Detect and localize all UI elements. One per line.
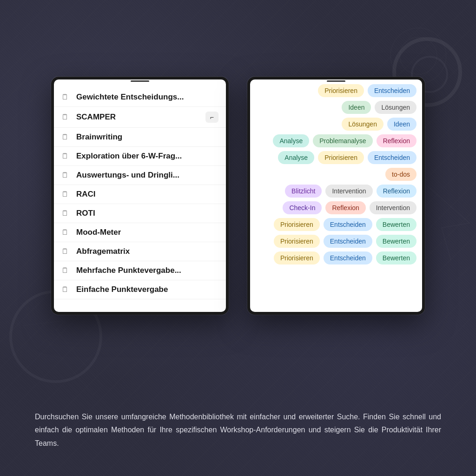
tag-row: IdeenLösungen — [256, 101, 416, 114]
method-list: 🗒Gewichtete Entscheidungs...🗒SCAMPER⌐🗒Br… — [54, 79, 226, 303]
method-name: Mood-Meter — [76, 228, 121, 237]
document-icon: 🗒 — [61, 133, 71, 141]
document-icon: 🗒 — [61, 93, 71, 101]
document-icon: 🗒 — [61, 171, 71, 179]
document-icon: 🗒 — [61, 113, 71, 121]
tag-item[interactable]: Analyse — [278, 151, 314, 164]
tag-item[interactable]: Entscheiden — [324, 251, 372, 264]
tag-row: Check-InReflexionIntervention — [256, 201, 416, 214]
document-icon: 🗒 — [61, 152, 71, 160]
tag-item[interactable]: Priorisieren — [318, 84, 364, 97]
left-tablet: 🗒Gewichtete Entscheidungs...🗒SCAMPER⌐🗒Br… — [51, 77, 229, 315]
method-item[interactable]: 🗒Exploration über 6-W-Frag... — [54, 147, 226, 166]
tag-row: PriorisierenEntscheidenBewerten — [256, 251, 416, 264]
document-icon: 🗒 — [61, 247, 71, 256]
right-tablet-screen: PriorisierenEntscheidenIdeenLösungenLösu… — [250, 79, 422, 312]
tag-item[interactable]: Intervention — [370, 201, 416, 214]
method-name: Mehrfache Punktevergabe... — [76, 266, 181, 275]
method-item[interactable]: 🗒Auswertungs- und Dringli... — [54, 166, 226, 185]
tag-item[interactable]: Reflexion — [377, 134, 416, 147]
document-icon: 🗒 — [61, 285, 71, 294]
method-name: Abfragematrix — [76, 247, 130, 256]
description-area: Durchsuchen Sie unsere umfangreiche Meth… — [35, 410, 441, 450]
tag-item[interactable]: Priorisieren — [274, 235, 320, 248]
method-item[interactable]: 🗒Gewichtete Entscheidungs... — [54, 88, 226, 107]
tag-item[interactable]: Entscheiden — [368, 84, 416, 97]
method-item[interactable]: 🗒Mehrfache Punktevergabe... — [54, 261, 226, 280]
method-item[interactable]: 🗒SCAMPER⌐ — [54, 107, 226, 128]
tag-item[interactable]: Priorisieren — [274, 218, 320, 231]
tag-item[interactable]: Check-In — [283, 201, 322, 214]
method-name: SCAMPER — [76, 112, 116, 122]
tag-item[interactable]: Lösungen — [375, 101, 416, 114]
method-item[interactable]: 🗒Einfache Punktevergabe — [54, 280, 226, 299]
tag-item[interactable]: to-dos — [385, 168, 416, 181]
method-item[interactable]: 🗒RACI — [54, 185, 226, 204]
tablets-container: 🗒Gewichtete Entscheidungs...🗒SCAMPER⌐🗒Br… — [51, 77, 425, 315]
tag-item[interactable]: Entscheiden — [324, 235, 372, 248]
method-name: Gewichtete Entscheidungs... — [76, 93, 184, 102]
tag-item[interactable]: Blitzlicht — [285, 185, 322, 198]
tag-item[interactable]: Bewerten — [376, 218, 416, 231]
tag-item[interactable]: Lösungen — [342, 118, 383, 131]
tag-row: AnalyseProblemanalyseReflexion — [256, 134, 416, 147]
tag-item[interactable]: Priorisieren — [274, 251, 320, 264]
tag-row: to-dos — [256, 168, 416, 181]
left-tablet-screen: 🗒Gewichtete Entscheidungs...🗒SCAMPER⌐🗒Br… — [54, 79, 226, 312]
tag-row: AnalysePriorisierenEntscheiden — [256, 151, 416, 164]
tag-item[interactable]: Bewerten — [376, 251, 416, 264]
tag-row: LösungenIdeen — [256, 118, 416, 131]
document-icon: 🗒 — [61, 266, 71, 275]
document-icon: 🗒 — [61, 228, 71, 237]
method-name: Einfache Punktevergabe — [76, 285, 168, 294]
method-name: Auswertungs- und Dringli... — [76, 171, 179, 180]
tag-row: BlitzlichtInterventionReflexion — [256, 185, 416, 198]
tag-row: PriorisierenEntscheiden — [256, 84, 416, 97]
tag-row: PriorisierenEntscheidenBewerten — [256, 218, 416, 231]
edit-button[interactable]: ⌐ — [205, 112, 218, 123]
tag-item[interactable]: Ideen — [342, 101, 371, 114]
tag-item[interactable]: Reflexion — [325, 201, 365, 214]
method-item[interactable]: 🗒Mood-Meter — [54, 223, 226, 242]
document-icon: 🗒 — [61, 190, 71, 198]
method-name: ROTI — [76, 209, 95, 218]
tag-item[interactable]: Entscheiden — [368, 151, 416, 164]
tag-item[interactable]: Problemanalyse — [313, 134, 372, 147]
tag-item[interactable]: Bewerten — [376, 235, 416, 248]
tag-item[interactable]: Priorisieren — [318, 151, 364, 164]
method-name: Exploration über 6-W-Frag... — [76, 152, 182, 161]
tag-item[interactable]: Reflexion — [377, 185, 416, 198]
tag-item[interactable]: Intervention — [325, 185, 372, 198]
tag-item[interactable]: Entscheiden — [324, 218, 372, 231]
document-icon: 🗒 — [61, 209, 71, 218]
tag-item[interactable]: Analyse — [273, 134, 309, 147]
method-name: Brainwriting — [76, 132, 122, 142]
right-tablet: PriorisierenEntscheidenIdeenLösungenLösu… — [247, 77, 425, 315]
method-name: RACI — [76, 190, 96, 199]
tag-row: PriorisierenEntscheidenBewerten — [256, 235, 416, 248]
description-text: Durchsuchen Sie unsere umfangreiche Meth… — [35, 410, 441, 450]
method-item[interactable]: 🗒Abfragematrix — [54, 242, 226, 261]
tag-item[interactable]: Ideen — [387, 118, 416, 131]
method-item[interactable]: 🗒Brainwriting — [54, 128, 226, 147]
scene: 🗒Gewichtete Entscheidungs...🗒SCAMPER⌐🗒Br… — [0, 0, 476, 476]
method-item[interactable]: 🗒ROTI — [54, 204, 226, 223]
tag-grid: PriorisierenEntscheidenIdeenLösungenLösu… — [250, 79, 422, 272]
